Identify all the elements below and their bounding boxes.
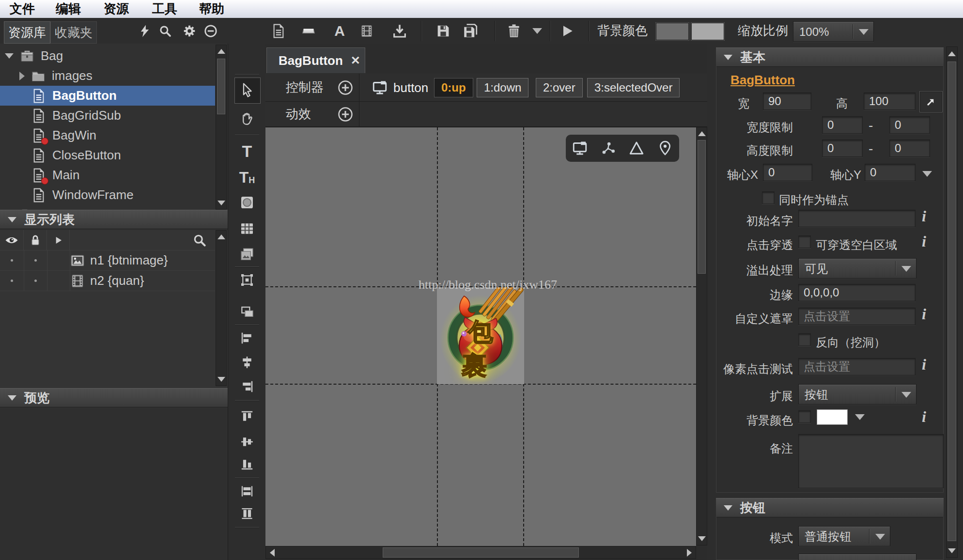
tree-scrollbar[interactable] <box>216 45 227 210</box>
button-tool-icon[interactable] <box>299 22 318 40</box>
component-tool-icon[interactable] <box>238 271 256 289</box>
align-bottom-icon[interactable] <box>238 455 256 473</box>
bg-color-checkbox[interactable] <box>798 410 811 423</box>
same-width-icon[interactable] <box>238 482 256 500</box>
menu-resource[interactable]: 资源 <box>100 0 133 17</box>
play-filter-button[interactable] <box>47 230 70 250</box>
align-top-icon[interactable] <box>238 408 256 425</box>
tree-item-bagbutton[interactable]: BagButton <box>0 86 215 106</box>
display-list-row-n1[interactable]: n1 {btnimage} <box>0 250 215 271</box>
close-icon[interactable]: ✕ <box>351 54 360 67</box>
gear-icon[interactable] <box>180 22 199 40</box>
bg-color-swatch-light[interactable] <box>691 23 724 40</box>
pivot-preset-dropdown-icon[interactable] <box>922 171 932 177</box>
collapse-all-icon[interactable] <box>202 22 220 40</box>
clipped-bottom-select[interactable] <box>798 554 916 560</box>
visible-dot[interactable] <box>11 280 13 282</box>
hand-tool-icon[interactable] <box>238 109 256 127</box>
tab-favorites[interactable]: 收藏夹 <box>50 21 97 44</box>
align-center-horizontal-icon[interactable] <box>238 354 256 371</box>
list-tool-icon[interactable] <box>238 220 256 237</box>
text-tool-icon[interactable]: T <box>238 142 256 160</box>
triangle-icon[interactable] <box>628 140 645 157</box>
add-transition-button[interactable] <box>337 106 354 123</box>
import-icon[interactable] <box>390 22 409 40</box>
align-middle-vertical-icon[interactable] <box>238 433 256 451</box>
select-tool-icon[interactable] <box>238 81 256 99</box>
pivot-y-input[interactable] <box>865 164 916 181</box>
refresh-icon[interactable] <box>136 22 154 40</box>
visibility-column-button[interactable] <box>0 230 24 250</box>
visible-dot[interactable] <box>11 259 13 262</box>
width-min-input[interactable] <box>822 116 863 134</box>
tree-item-closebutton[interactable]: CloseButton <box>0 145 215 165</box>
basic-section-header[interactable]: 基本 <box>716 47 944 67</box>
menu-file[interactable]: 文件 <box>6 0 39 17</box>
info-icon[interactable]: i <box>922 305 926 323</box>
save-icon[interactable] <box>434 22 452 40</box>
bg-color-swatch-dark[interactable] <box>656 23 689 40</box>
extension-select[interactable]: 按钮 <box>798 384 916 404</box>
shape-tool-icon[interactable] <box>238 194 256 211</box>
menu-tools[interactable]: 工具 <box>148 0 181 17</box>
nodes-icon[interactable] <box>600 140 617 157</box>
tree-item-windowframe[interactable]: WindowFrame <box>0 185 215 205</box>
lock-column-button[interactable] <box>24 230 47 250</box>
state-button-up[interactable]: 0:up <box>434 78 473 97</box>
new-component-icon[interactable] <box>269 22 288 40</box>
bagbutton-component-preview[interactable]: 包裹 <box>437 287 524 384</box>
resize-arrow-button[interactable] <box>919 91 943 112</box>
add-controller-button[interactable] <box>337 79 354 96</box>
pixel-hit-field[interactable] <box>798 358 916 375</box>
display-list-scrollbar[interactable] <box>216 230 227 386</box>
trash-dropdown-icon[interactable] <box>530 22 544 40</box>
button-section-header[interactable]: 按钮 <box>716 498 944 517</box>
input-text-tool-icon[interactable]: TH <box>238 169 256 186</box>
state-button-over[interactable]: 2:over <box>536 78 583 97</box>
tree-item-bag[interactable]: Bag <box>0 46 215 66</box>
document-tab-bagbutton[interactable]: BagButton ✕ <box>266 47 365 73</box>
trash-icon[interactable] <box>505 22 523 40</box>
canvas-vertical-scrollbar[interactable] <box>696 127 707 545</box>
tree-item-baggridsub[interactable]: BagGridSub <box>0 106 215 125</box>
tab-library[interactable]: 资源库 <box>4 21 50 44</box>
initial-name-input[interactable] <box>798 210 916 227</box>
preview-header[interactable]: 预览 <box>0 388 228 407</box>
lock-dot[interactable] <box>34 280 37 282</box>
zoom-select[interactable]: 100% <box>793 21 874 42</box>
info-icon[interactable]: i <box>922 233 926 250</box>
width-max-input[interactable] <box>889 116 930 134</box>
tree-item-bagwin[interactable]: BagWin <box>0 125 215 145</box>
save-all-icon[interactable] <box>461 22 480 40</box>
menu-edit[interactable]: 编辑 <box>52 0 85 17</box>
search-icon[interactable] <box>156 22 174 40</box>
tree-item-main[interactable]: Main <box>0 165 215 185</box>
click-through-checkbox[interactable] <box>798 235 811 248</box>
display-list-row-n2[interactable]: n2 {quan} <box>0 271 215 291</box>
state-button-selectedover[interactable]: 3:selectedOver <box>587 78 680 97</box>
bg-color-swatch[interactable] <box>817 409 848 425</box>
inspector-scrollbar[interactable] <box>946 47 958 558</box>
pin-icon[interactable] <box>656 140 674 157</box>
lock-dot[interactable] <box>34 259 37 262</box>
controller-name[interactable]: button <box>393 74 428 102</box>
display-list-search-icon[interactable] <box>192 233 207 248</box>
height-max-input[interactable] <box>889 140 930 157</box>
height-min-input[interactable] <box>822 140 863 157</box>
component-link[interactable]: BagButton <box>730 73 795 88</box>
state-button-down[interactable]: 1:down <box>477 78 528 97</box>
note-textarea[interactable] <box>798 434 944 488</box>
test-play-icon[interactable] <box>558 22 576 40</box>
info-icon[interactable]: i <box>922 408 926 426</box>
chevron-down-icon[interactable] <box>855 414 865 420</box>
menu-help[interactable]: 帮助 <box>195 0 228 17</box>
anchor-checkbox[interactable] <box>762 191 775 204</box>
expander-down-icon[interactable] <box>5 53 14 59</box>
expander-right-icon[interactable] <box>19 72 25 80</box>
stage-canvas[interactable]: 包裹 http://blog.csdn.net/jxw167 <box>265 127 696 546</box>
movie-tool-icon[interactable] <box>357 22 376 40</box>
align-right-icon[interactable] <box>238 378 256 395</box>
mode-select[interactable]: 普通按钮 <box>798 526 890 546</box>
margin-input[interactable] <box>798 284 916 301</box>
invert-checkbox[interactable] <box>798 333 811 346</box>
